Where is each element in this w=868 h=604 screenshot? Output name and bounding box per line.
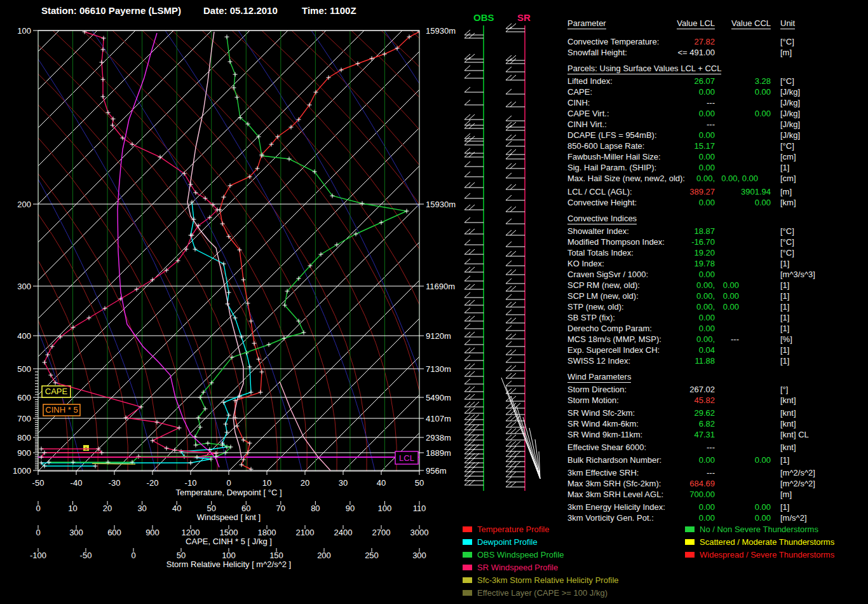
legend-label: No / Non Severe Thunderstorms [700,525,818,534]
col-value-lcl: Value LCL [664,18,715,29]
legend-label: Sfc-3km Storm Relative Helicity Profile [477,575,619,585]
level-marker: 1 [83,445,89,451]
value-ccl: 0.00 [715,108,771,119]
profile-legend-item: Dewpoint Profile [463,535,619,548]
axis-temp: -50-40-30-20-1001020304050Temperature, D… [32,471,424,497]
unit-label: [m/s^2] [771,512,866,523]
unit-label: [1] [771,502,866,512]
value-ccl: 0.00, 0.00 [715,173,771,184]
unit-label: [1] [771,345,866,355]
unit-label: [J/kg] [771,130,866,141]
svg-text:-20: -20 [147,478,159,488]
svg-text:CAPE, CINH * 5 [ J/kg ]: CAPE, CINH * 5 [ J/kg ] [186,537,272,546]
unit-label: [1] [771,301,866,312]
svg-text:CINH * 5: CINH * 5 [45,405,78,415]
value-ccl [715,141,771,151]
value-ccl [715,119,771,130]
value-lcl: 0.00, [664,301,715,312]
param-label: Sig. Hail Param. (SHIP): [567,162,664,173]
table-row: Convective Height:0.000.00[km] [567,197,866,208]
param-label: SR Wind 4km-6km: [567,418,664,429]
table-row: SR Wind 9km-11km:47.31[knt] CL [567,429,866,440]
table-row: Showalter Index:18.87[°C] [567,226,866,237]
sounding-app: Station: 06610 Payerne (LSMP) Date: 05.1… [0,0,868,604]
param-label: Convective Height: [567,197,664,208]
svg-text:900: 900 [146,528,159,537]
svg-text:110: 110 [413,504,426,513]
profile-legend-item: Temperature Profile [463,523,619,535]
legend-label: Effective Layer (CAPE >= 100 J/kg) [477,588,607,598]
param-label: Fawbush-Miller Hail Size: [567,151,664,162]
value-ccl [715,467,771,478]
value-lcl: --- [664,119,715,130]
param-label: Showalter Index: [567,226,664,237]
value-lcl: 11.88 [664,355,715,366]
legend-swatch [685,539,695,545]
unit-label: [1] [771,455,866,465]
table-row: Total Totals Index:19.20[°C] [567,247,866,258]
table-row: Bulk Richardson Number:0.000.00[1] [567,455,866,465]
value-lcl: 45.82 [664,395,715,406]
table-section-header: Parcels: Using Surface Values LCL + CCL [567,63,866,74]
section-title: Parcels: Using Surface Values LCL + CCL [567,64,721,74]
value-ccl [715,312,771,323]
unit-label: [°C] [771,141,866,151]
table-row: Fawbush-Miller Hail Size:0.00[cm] [567,151,866,162]
table-row: Derecho Comp Param:0.00[1] [567,323,866,334]
param-label: SCP LM (new, old): [567,291,664,301]
storm-legend-item: No / Non Severe Thunderstorms [685,523,834,535]
unit-label: [knt] [771,408,866,418]
legend-swatch [463,526,472,532]
value-ccl: 0.00 [715,455,771,465]
profile-legend-item: Sfc-3km Storm Relative Helicity Profile [463,573,619,586]
legend-label: Widespread / Severe Thunderstorms [700,550,834,559]
value-ccl: 0.00 [715,291,771,301]
value-ccl [715,323,771,334]
svg-text:-50: -50 [32,478,44,488]
unit-label: [m] [771,186,866,197]
unit-label: [knt] [771,395,866,406]
value-lcl: 0.00 [664,502,715,512]
svg-text:30: 30 [137,504,146,513]
table-row: SR Wind Sfc-2km:29.62[knt] [567,408,866,418]
svg-text:4107m: 4107m [426,414,451,423]
value-ccl [715,237,771,247]
param-label: CINH Virt.: [567,119,664,130]
svg-text:11690m: 11690m [426,282,455,291]
table-row: Craven SigSvr / 1000:0.00[m^3/s^3] [567,269,866,280]
svg-text:50: 50 [177,551,186,560]
value-lcl: 0.00 [664,130,715,141]
svg-text:30: 30 [339,478,348,488]
svg-text:-100: -100 [30,551,46,560]
svg-text:40: 40 [172,504,181,513]
value-lcl: 0.00 [664,162,715,173]
unit-label: [°] [771,384,866,395]
svg-text:250: 250 [365,551,379,560]
table-row: STP (new, old):0.00,0.00[1] [567,301,866,312]
sr-wind-column: SR [501,12,540,491]
svg-text:2100: 2100 [296,528,315,537]
value-lcl: 19.78 [664,258,715,269]
col-value-ccl: Value CCL [715,18,771,29]
param-label: SR Wind 9km-11km: [567,429,664,440]
param-label: Storm Direction: [567,384,664,395]
table-row: 3km Effective SRH:---[m^2/s^2] [567,467,866,478]
table-row: Sig. Hail Param. (SHIP):0.00[1] [567,162,866,173]
obs_windspeed-profile [47,35,409,465]
table-row: 3km Vorticity Gen. Pot.:0.000.00[m/s^2] [567,512,866,523]
sfc3km_srh-profile [92,463,135,464]
table-section-header: Wind Parameters [567,371,866,382]
param-label: Derecho Comp Param: [567,323,664,334]
svg-text:90: 90 [346,504,355,513]
value-lcl: 0.00 [664,197,715,208]
table-row: Max 3km SRH (Sfc-2km):684.69[m^2/s^2] [567,478,866,489]
unit-label: [knt] CL [771,429,866,440]
table-row: CAPE:0.000.00[J/kg] [567,86,866,97]
value-ccl: 0.00 [715,86,771,97]
unit-label: [°C] [771,237,866,247]
profile-legend-item: OBS Windspeed Profile [463,548,619,561]
cinh-label-box: CINH * 5 [43,404,80,416]
svg-text:-10: -10 [185,478,197,488]
svg-text:100: 100 [378,504,392,513]
table-header-row: Parameter Value LCL Value CCL Unit [567,18,866,29]
